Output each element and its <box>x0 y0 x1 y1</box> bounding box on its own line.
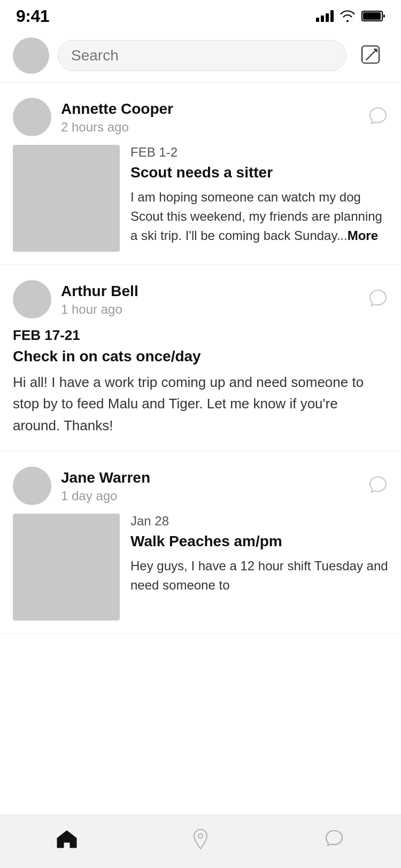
compose-button[interactable] <box>355 39 388 72</box>
post-date-3: Jan 28 <box>130 514 388 529</box>
post-title-1: Scout needs a sitter <box>130 163 388 182</box>
battery-icon <box>361 10 385 22</box>
post-card-3: Jane Warren 1 day ago Jan 28 Walk Peache… <box>0 452 401 634</box>
user-avatar <box>13 37 49 74</box>
post-card-2: Arthur Bell 1 hour ago FEB 17-21 Check i… <box>0 265 401 452</box>
nav-home[interactable] <box>1 827 133 851</box>
nav-location[interactable] <box>134 827 267 851</box>
post-header-1: Annette Cooper 2 hours ago <box>13 98 388 136</box>
post-header-left-1: Annette Cooper 2 hours ago <box>13 98 173 136</box>
post-author-info-2: Arthur Bell 1 hour ago <box>61 282 138 317</box>
bottom-nav <box>0 815 401 868</box>
post-header-2: Arthur Bell 1 hour ago <box>13 280 388 319</box>
search-input-wrapper[interactable] <box>58 40 346 71</box>
compose-icon <box>361 45 382 66</box>
post-time-1: 2 hours ago <box>61 120 173 135</box>
post-header-left-2: Arthur Bell 1 hour ago <box>13 280 138 319</box>
post-more-1[interactable]: More <box>348 228 378 243</box>
post-body-1: FEB 1-2 Scout needs a sitter I am hoping… <box>13 145 388 252</box>
post-desc-1: I am hoping someone can watch my dog Sco… <box>130 188 388 245</box>
post-text-1: FEB 1-2 Scout needs a sitter I am hoping… <box>130 145 388 252</box>
post-full-date-2: FEB 17-21 <box>13 327 388 344</box>
status-icons <box>316 10 385 22</box>
svg-rect-1 <box>363 12 381 20</box>
avatar-arthur <box>13 280 51 319</box>
post-header-left-3: Jane Warren 1 day ago <box>13 467 150 505</box>
post-body-3: Jan 28 Walk Peaches am/pm Hey guys, I ha… <box>13 514 388 621</box>
post-image-1 <box>13 145 120 252</box>
post-author-name-1: Annette Cooper <box>61 99 173 119</box>
bottom-spacer <box>0 634 401 687</box>
post-card-1: Annette Cooper 2 hours ago FEB 1-2 Scout… <box>0 83 401 265</box>
post-title-3: Walk Peaches am/pm <box>130 532 388 551</box>
post-full-title-2: Check in on cats once/day <box>13 348 388 365</box>
post-desc-3: Hey guys, I have a 12 hour shift Tuesday… <box>130 556 388 595</box>
status-bar: 9:41 <box>0 0 401 29</box>
signal-icon <box>316 10 334 22</box>
post-header-3: Jane Warren 1 day ago <box>13 467 388 505</box>
post-text-3: Jan 28 Walk Peaches am/pm Hey guys, I ha… <box>130 514 388 621</box>
post-image-3 <box>13 514 120 621</box>
post-time-2: 1 hour ago <box>61 302 138 317</box>
nav-messages[interactable] <box>268 827 400 851</box>
search-input[interactable] <box>58 40 346 71</box>
wifi-icon <box>340 10 355 22</box>
post-date-1: FEB 1-2 <box>130 145 388 160</box>
post-author-name-2: Arthur Bell <box>61 282 138 301</box>
post-author-name-3: Jane Warren <box>61 468 150 487</box>
comment-icon-2[interactable] <box>368 288 388 311</box>
post-author-info-3: Jane Warren 1 day ago <box>61 468 150 503</box>
search-bar-container <box>0 29 401 82</box>
avatar-jane <box>13 467 51 505</box>
svg-rect-2 <box>362 46 379 63</box>
avatar-annette <box>13 98 51 136</box>
messages-icon <box>322 827 346 851</box>
location-icon <box>189 827 212 851</box>
post-full-content-2: FEB 17-21 Check in on cats once/day Hi a… <box>13 327 388 436</box>
post-author-info-1: Annette Cooper 2 hours ago <box>61 99 173 135</box>
post-full-desc-2: Hi all! I have a work trip coming up and… <box>13 371 388 436</box>
post-time-3: 1 day ago <box>61 489 150 503</box>
status-time: 9:41 <box>16 6 49 26</box>
comment-icon-1[interactable] <box>368 106 388 128</box>
home-icon <box>55 827 79 851</box>
comment-icon-3[interactable] <box>368 475 388 497</box>
